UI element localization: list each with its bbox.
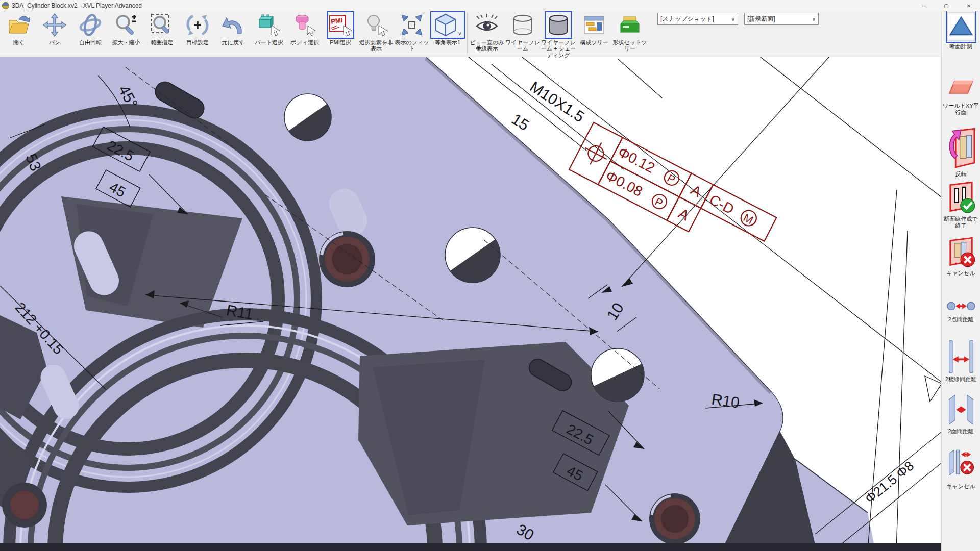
- svg-text:PMI: PMI: [330, 16, 343, 26]
- two-face-distance-icon: [947, 393, 975, 427]
- block-bottom-edge: [0, 543, 942, 551]
- sidebar-cancel-section[interactable]: キャンセル: [942, 236, 980, 277]
- toolbar-select-part[interactable]: パート選択: [251, 11, 287, 57]
- select-pmi-icon: PMI: [328, 13, 353, 37]
- svg-text:A: A: [688, 182, 704, 200]
- select-body-icon: [292, 13, 317, 37]
- sidebar-world-xy-plane[interactable]: ワールドXY平行面: [942, 74, 980, 115]
- 3d-viewport[interactable]: Φ0.12 P A C-D M Φ0.08 P A 45° 53 22.5 45…: [0, 57, 942, 551]
- deep-hole: [319, 231, 375, 287]
- open-file-icon: [7, 13, 31, 37]
- dim-phi215: Φ21.5 Φ8: [862, 458, 917, 507]
- sidebar-flip[interactable]: 反転: [942, 127, 980, 178]
- svg-text:A: A: [676, 205, 692, 223]
- deep-hole: [649, 493, 700, 544]
- toolbar-wireframe-shading[interactable]: ワイヤーフレーム + シェーディング: [541, 11, 576, 57]
- dim-depth: 15: [509, 110, 532, 134]
- toolbar-select-body[interactable]: ボディ選択: [287, 11, 323, 57]
- toolbar-isometric-view[interactable]: ∨ 等角表示1: [430, 11, 465, 57]
- toolbar-undo[interactable]: 元に戻す: [215, 11, 251, 57]
- toolbar-free-rotate[interactable]: 自由回転: [72, 11, 108, 57]
- toolbar-fit-view[interactable]: 表示のフィット: [394, 11, 430, 57]
- pan-icon: [42, 13, 67, 37]
- toolbar-zoom[interactable]: 拡大・縮小: [108, 11, 144, 57]
- wireframe-shading-icon: [546, 13, 571, 37]
- window-title: 3DA_Cylinder Block.xv2 - XVL Player Adva…: [12, 2, 142, 9]
- title-bar: 3DA_Cylinder Block.xv2 - XVL Player Adva…: [0, 0, 980, 11]
- sidebar-cancel-measure[interactable]: キャンセル: [942, 448, 980, 490]
- maximize-button[interactable]: ▢: [935, 0, 958, 11]
- main-toolbar: 開く パン 自由回転 拡大・縮小 範囲指定 目標設定 元に戻す パート選択 ボデ…: [0, 11, 980, 57]
- two-point-distance-icon: [947, 297, 975, 315]
- cad-model-canvas: Φ0.12 P A C-D M Φ0.08 P A 45° 53 22.5 45…: [0, 57, 942, 551]
- sidebar-section-measure[interactable]: 断面計測: [942, 11, 980, 50]
- toolbar-pan[interactable]: パン: [37, 11, 72, 57]
- select-part-icon: [257, 13, 281, 37]
- snapshot-dropdown[interactable]: [スナップショット]∨: [657, 13, 738, 25]
- finish-section-check-icon: [947, 180, 975, 214]
- sidebar-distance-2-edges[interactable]: 2稜線間距離: [942, 339, 980, 383]
- app-icon: [2, 2, 9, 9]
- sidebar-distance-2-points[interactable]: 2点間距離: [942, 297, 980, 323]
- chevron-down-icon: ∨: [731, 16, 735, 22]
- hide-selected-bulb-icon: [364, 13, 388, 37]
- undo-icon: [221, 13, 246, 37]
- flip-plane-icon: [947, 127, 975, 169]
- wireframe-icon: [510, 13, 535, 37]
- toolbar-wireframe[interactable]: ワイヤーフレーム: [505, 11, 541, 57]
- cancel-x-icon: [947, 236, 975, 268]
- structure-tree-icon: [582, 13, 606, 37]
- section-toolbar: 断面計測 ワールドXY平行面 反転 断面線作成で終了 キャンセル 2点間距離 2…: [941, 11, 980, 551]
- cancel-measure-icon: [947, 448, 975, 482]
- toolbar-structure-tree[interactable]: 構成ツリー: [576, 11, 612, 57]
- minimize-button[interactable]: ─: [913, 0, 935, 11]
- isometric-dropdown-chevron-icon[interactable]: ∨: [458, 31, 461, 36]
- chevron-down-icon: ∨: [812, 16, 816, 22]
- isometric-view-icon: ∨: [432, 13, 463, 37]
- magnifier-zoom-icon: [114, 13, 138, 37]
- shape-set-tree-icon: [618, 13, 642, 37]
- two-edge-distance-icon: [947, 339, 975, 374]
- eye-icon: [475, 13, 499, 37]
- toolbar-open-file[interactable]: 開く: [1, 11, 37, 57]
- toolbar-separator: [467, 13, 468, 55]
- toolbar-shape-set-tree[interactable]: 形状セットツリー: [612, 11, 648, 57]
- sidebar-finish-section-line[interactable]: 断面線作成で終了: [942, 180, 980, 229]
- new-section-dropdown[interactable]: [新規断面]∨: [744, 13, 819, 25]
- section-measure-icon: [947, 11, 975, 42]
- sidebar-distance-2-faces[interactable]: 2面間距離: [942, 393, 980, 435]
- dim-thread: M10X1.5: [527, 78, 587, 126]
- svg-text:Φ0.12: Φ0.12: [616, 144, 657, 176]
- toolbar-set-target[interactable]: 目標設定: [180, 11, 215, 57]
- toolbar-hide-selected[interactable]: 選択要素を非表示: [358, 11, 394, 57]
- close-button[interactable]: ✕: [958, 0, 980, 11]
- svg-text:Φ0.08: Φ0.08: [603, 167, 645, 199]
- free-rotate-icon: [78, 13, 103, 37]
- toolbar-zoom-window[interactable]: 範囲指定: [144, 11, 180, 57]
- world-xy-plane-icon: [947, 74, 975, 101]
- fit-view-icon: [400, 13, 424, 37]
- set-target-icon: [185, 13, 210, 37]
- zoom-window-icon: [150, 13, 174, 37]
- toolbar-view-edges[interactable]: ビュー直のみ番線表示: [469, 11, 505, 57]
- toolbar-select-pmi[interactable]: PMI PMI選択: [323, 11, 358, 57]
